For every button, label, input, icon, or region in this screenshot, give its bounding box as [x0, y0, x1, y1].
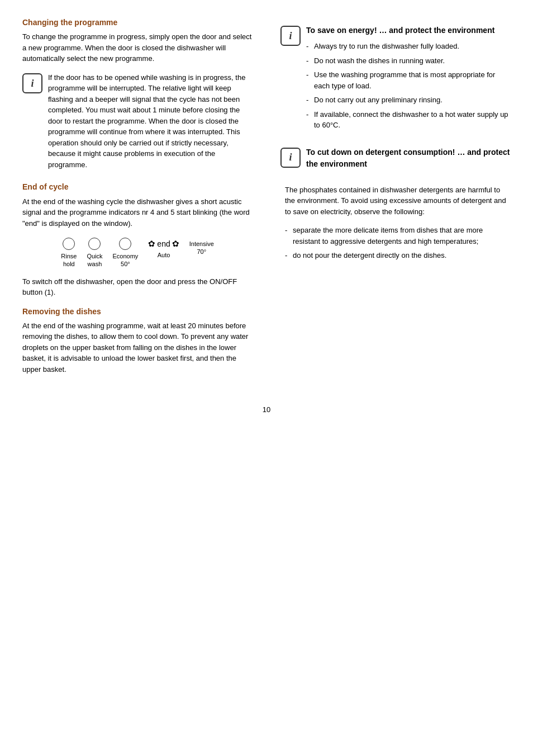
end-text: end — [157, 238, 170, 249]
cycle-circle-1 — [63, 238, 75, 250]
switch-off-text: To switch off the dishwasher, open the d… — [22, 276, 253, 298]
detergent-bullet-1: separate the more delicate items from di… — [285, 225, 511, 247]
info-icon-energy: i — [280, 26, 301, 46]
cycle-label-2: Quickwash — [87, 252, 102, 268]
cut-detergent-box: i To cut down on detergent consumption! … — [280, 147, 511, 173]
cycle-economy: Economy50° — [113, 238, 139, 268]
right-column: i To save on energy! … and protect the e… — [275, 17, 511, 382]
info-icon-detergent: i — [280, 148, 301, 168]
info-icon-door: i — [22, 73, 42, 93]
sun-left-icon: ✿ — [148, 238, 155, 250]
cut-detergent-content: To cut down on detergent consumption! … … — [306, 147, 511, 173]
changing-programme-text: To change the programme in progress, sim… — [22, 31, 253, 64]
cycle-rinse-hold: Rinsehold — [61, 238, 77, 268]
removing-dishes-text: At the end of the washing programme, wai… — [22, 320, 253, 375]
info-door-text: If the door has to be opened while washi… — [48, 72, 253, 171]
info-door-box: i If the door has to be opened while was… — [22, 72, 253, 171]
cycle-label-4: Auto — [158, 251, 170, 259]
page-number: 10 — [22, 405, 511, 415]
cycle-label-1: Rinsehold — [61, 252, 77, 268]
cycle-quick-wash: Quickwash — [87, 238, 102, 268]
cycle-diagram: Rinsehold Quickwash Economy50° ✿ end ✿ A… — [22, 238, 253, 268]
cycle-circle-3 — [119, 238, 131, 250]
save-energy-list: Always try to run the dishwasher fully l… — [306, 41, 511, 131]
sun-right-icon: ✿ — [172, 238, 179, 250]
energy-bullet-4: Do not carry out any preliminary rinsing… — [306, 94, 511, 106]
cycle-circle-2 — [88, 238, 101, 250]
cycle-intensive: Intensive70° — [189, 238, 214, 256]
detergent-body: The phosphates contained in dishwasher d… — [285, 185, 511, 261]
detergent-intro: The phosphates contained in dishwasher d… — [285, 185, 511, 218]
detergent-bullet-2: do not pour the detergent directly on th… — [285, 250, 511, 261]
detergent-list: separate the more delicate items from di… — [285, 225, 511, 261]
removing-dishes-heading: Removing the dishes — [22, 306, 253, 317]
energy-bullet-2: Do not wash the dishes in running water. — [306, 55, 511, 67]
save-energy-heading: To save on energy! … and protect the env… — [306, 25, 511, 36]
changing-programme-heading: Changing the programme — [22, 17, 253, 28]
energy-bullet-3: Use the washing programme that is most a… — [306, 69, 511, 91]
save-energy-box: i To save on energy! … and protect the e… — [280, 25, 511, 135]
energy-bullet-5: If available, connect the dishwasher to … — [306, 109, 511, 131]
end-of-cycle-heading: End of cycle — [22, 181, 253, 192]
end-of-cycle-text: At the end of the washing cycle the dish… — [22, 196, 253, 229]
save-energy-content: To save on energy! … and protect the env… — [306, 25, 511, 135]
cycle-label-3: Economy50° — [113, 252, 139, 268]
end-symbol: ✿ end ✿ — [148, 238, 179, 250]
cycle-label-5: Intensive70° — [189, 240, 214, 256]
cycle-auto: ✿ end ✿ Auto — [148, 238, 179, 259]
left-column: Changing the programme To change the pro… — [22, 17, 258, 382]
energy-bullet-1: Always try to run the dishwasher fully l… — [306, 41, 511, 52]
cut-detergent-heading: To cut down on detergent consumption! … … — [306, 147, 511, 170]
